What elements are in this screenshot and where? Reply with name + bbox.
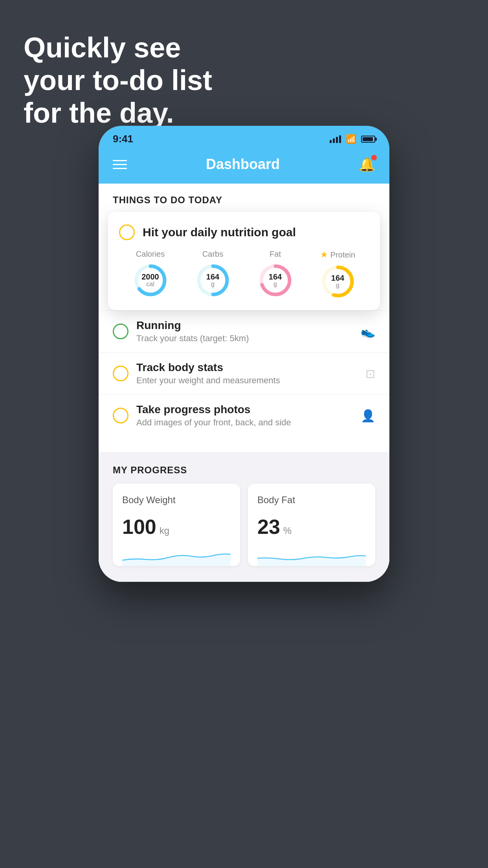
running-title: Running — [136, 319, 353, 332]
body-fat-card[interactable]: Body Fat 23 % — [248, 484, 375, 566]
body-weight-title: Body Weight — [122, 495, 231, 506]
body-stats-title: Track body stats — [136, 361, 358, 374]
nav-bar: Dashboard 🔔 — [99, 149, 389, 184]
macro-fat: Fat 164 g — [258, 250, 293, 298]
body-stats-checkbox[interactable] — [113, 366, 128, 381]
carbs-value: 164 — [206, 273, 219, 281]
background-headline: Quickly see your to-do list for the day. — [24, 31, 212, 129]
calories-donut: 2000 cal — [133, 263, 168, 298]
star-icon: ★ — [320, 250, 328, 260]
person-icon: 👤 — [361, 409, 375, 423]
spacer — [99, 436, 389, 452]
photos-checkbox[interactable] — [113, 408, 128, 423]
nav-title: Dashboard — [206, 156, 280, 173]
macro-protein: ★ Protein 164 g — [320, 250, 356, 299]
body-weight-value-row: 100 kg — [122, 515, 231, 539]
body-stats-subtitle: Enter your weight and measurements — [136, 375, 358, 386]
todo-list: Running Track your stats (target: 5km) 👟… — [99, 310, 389, 582]
photos-text: Take progress photos Add images of your … — [136, 403, 353, 428]
status-bar: 9:41 📶 — [99, 126, 389, 149]
running-icon: 👟 — [361, 325, 375, 338]
signal-icon — [330, 135, 341, 143]
macros-row: Calories 2000 cal — [119, 250, 369, 299]
macro-calories: Calories 2000 cal — [133, 250, 168, 298]
calories-unit: cal — [141, 281, 159, 288]
photos-subtitle: Add images of your front, back, and side — [136, 417, 353, 428]
body-fat-title: Body Fat — [257, 495, 366, 506]
hamburger-menu[interactable] — [113, 160, 127, 169]
body-weight-chart — [122, 546, 231, 566]
carbs-donut: 164 g — [195, 263, 231, 298]
body-fat-chart — [257, 546, 366, 566]
progress-cards: Body Weight 100 kg — [113, 484, 375, 582]
body-stats-text: Track body stats Enter your weight and m… — [136, 361, 358, 386]
macro-protein-label: ★ Protein — [320, 250, 355, 260]
protein-donut: 164 g — [320, 264, 356, 299]
progress-section-title: MY PROGRESS — [113, 465, 375, 476]
body-fat-value: 23 — [257, 515, 280, 539]
body-weight-card[interactable]: Body Weight 100 kg — [113, 484, 240, 566]
time-display: 9:41 — [113, 133, 133, 145]
scale-icon: ⊡ — [365, 367, 375, 381]
phone-screen: 9:41 📶 Dashboard 🔔 — [99, 126, 389, 582]
macro-calories-label: Calories — [136, 250, 165, 259]
body-weight-unit: kg — [160, 525, 169, 536]
notification-dot — [371, 155, 377, 160]
fat-value: 164 — [269, 273, 282, 281]
calories-value: 2000 — [141, 273, 159, 281]
status-icons: 📶 — [330, 134, 375, 144]
running-checkbox[interactable] — [113, 324, 128, 339]
battery-icon — [361, 136, 375, 143]
macro-carbs-label: Carbs — [202, 250, 223, 259]
nutrition-card-title: Hit your daily nutrition goal — [143, 226, 296, 239]
phone-content: THINGS TO DO TODAY Hit your daily nutrit… — [99, 184, 389, 582]
protein-unit: g — [331, 282, 344, 289]
wifi-icon: 📶 — [346, 134, 356, 144]
progress-section: MY PROGRESS Body Weight 100 kg — [99, 452, 389, 582]
nutrition-card: Hit your daily nutrition goal Calories 2 — [108, 212, 380, 310]
fat-donut: 164 g — [258, 263, 293, 298]
macro-carbs: Carbs 164 g — [195, 250, 231, 298]
carbs-unit: g — [206, 281, 219, 288]
running-text: Running Track your stats (target: 5km) — [136, 319, 353, 344]
todo-body-stats[interactable]: Track body stats Enter your weight and m… — [99, 352, 389, 394]
things-to-do-header: THINGS TO DO TODAY — [99, 184, 389, 212]
body-fat-unit: % — [283, 525, 292, 536]
fat-unit: g — [269, 281, 282, 288]
todo-running[interactable]: Running Track your stats (target: 5km) 👟 — [99, 310, 389, 352]
phone-mockup: 9:41 📶 Dashboard 🔔 — [99, 126, 389, 582]
running-subtitle: Track your stats (target: 5km) — [136, 333, 353, 344]
body-fat-value-row: 23 % — [257, 515, 366, 539]
macro-fat-label: Fat — [270, 250, 281, 259]
body-weight-value: 100 — [122, 515, 156, 539]
protein-value: 164 — [331, 274, 344, 282]
photos-title: Take progress photos — [136, 403, 353, 416]
nutrition-checkbox[interactable] — [119, 224, 135, 240]
todo-photos[interactable]: Take progress photos Add images of your … — [99, 394, 389, 436]
notification-bell[interactable]: 🔔 — [359, 156, 375, 172]
nutrition-card-header: Hit your daily nutrition goal — [119, 224, 369, 240]
